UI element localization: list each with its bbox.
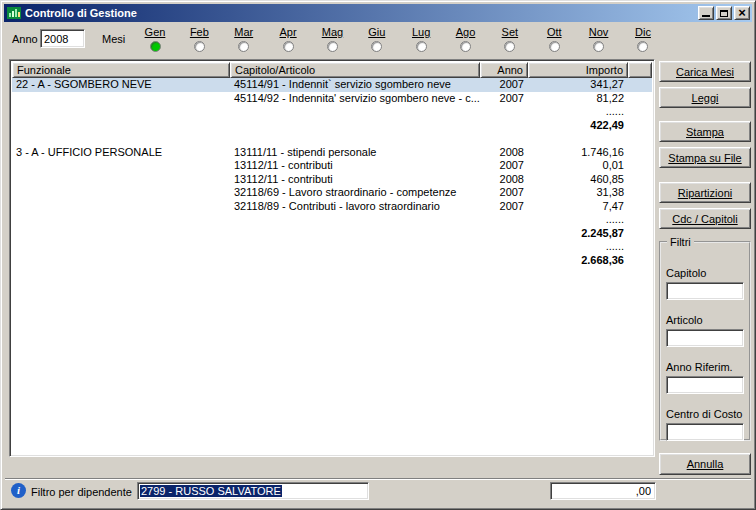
- table-row[interactable]: 2.668,36: [12, 254, 652, 268]
- month-label: Apr: [280, 26, 297, 38]
- column-header-funzionale[interactable]: Funzionale: [12, 62, 230, 78]
- articolo-input[interactable]: [666, 329, 744, 347]
- cell-importo: 422,49: [528, 119, 628, 132]
- radio-icon[interactable]: [416, 41, 427, 52]
- annulla-button[interactable]: Annulla: [659, 453, 751, 475]
- leggi-button[interactable]: Leggi: [659, 87, 751, 108]
- capitolo-field: Capitolo: [666, 267, 744, 300]
- table-row[interactable]: 3 - A - UFFICIO PERSONALE 13111/11 - sti…: [12, 146, 652, 160]
- maximize-button[interactable]: [716, 6, 732, 20]
- radio-icon[interactable]: [549, 41, 560, 52]
- anno-riferim-field: Anno Riferim.: [666, 361, 744, 394]
- anno-riferim-input[interactable]: [666, 376, 744, 394]
- filtri-groupbox: Filtri Capitolo Articolo Anno Riferim. C…: [659, 241, 751, 441]
- month-label: Feb: [190, 26, 209, 38]
- radio-icon[interactable]: [238, 41, 249, 52]
- radio-icon[interactable]: [371, 41, 382, 52]
- cell-importo: 460,85: [528, 173, 628, 186]
- minimize-icon: [702, 15, 710, 17]
- radio-icon[interactable]: [194, 41, 205, 52]
- month-radio[interactable]: Apr: [277, 26, 299, 52]
- close-button[interactable]: [734, 6, 750, 20]
- capitolo-input[interactable]: [666, 282, 744, 300]
- column-header-anno[interactable]: Anno: [480, 62, 528, 78]
- table-row[interactable]: 22 - A - SGOMBERO NEVE 45114/91 - Indenn…: [12, 78, 652, 92]
- importo-footer-input[interactable]: [550, 482, 656, 500]
- app-window: Controllo di Gestione Anno Mesi Gen Feb: [0, 0, 756, 510]
- stampa-su-file-button[interactable]: Stampa su File: [659, 147, 751, 168]
- month-label: Gen: [145, 26, 166, 38]
- centro-di-costo-input[interactable]: [666, 423, 744, 441]
- radio-icon[interactable]: [150, 41, 161, 52]
- close-icon: [735, 7, 749, 19]
- table-row[interactable]: 422,49: [12, 119, 652, 133]
- carica-mesi-button[interactable]: Carica Mesi: [659, 61, 751, 82]
- table-row[interactable]: 13112/11 - contributi 2007 0,01: [12, 159, 652, 173]
- maximize-icon: [720, 10, 728, 17]
- ripartizioni-button[interactable]: Ripartizioni: [659, 182, 751, 203]
- table-row[interactable]: ......: [12, 240, 652, 254]
- radio-icon[interactable]: [504, 41, 515, 52]
- cell-importo: 81,22: [528, 92, 628, 105]
- radio-icon[interactable]: [283, 41, 294, 52]
- cell-capitolo: 32118/89 - Contributi - lavoro straordin…: [230, 200, 480, 213]
- table-row[interactable]: [12, 132, 652, 146]
- cell-capitolo: 13112/11 - contributi: [230, 173, 480, 186]
- month-radio[interactable]: Ago: [455, 26, 477, 52]
- stampa-button[interactable]: Stampa: [659, 121, 751, 142]
- radio-icon[interactable]: [637, 41, 648, 52]
- month-radio[interactable]: Lug: [410, 26, 432, 52]
- month-radio[interactable]: Mag: [321, 26, 343, 52]
- app-icon[interactable]: [6, 5, 22, 21]
- month-radio[interactable]: Giu: [366, 26, 388, 52]
- table-row[interactable]: 2.245,87: [12, 227, 652, 241]
- cell-capitolo: 45114/91 - Indennit` servizio sgombero n…: [230, 78, 480, 91]
- minimize-button[interactable]: [698, 6, 714, 20]
- anno-label: Anno: [12, 33, 38, 45]
- cdc-capitoli-button[interactable]: Cdc / Capitoli: [659, 208, 751, 229]
- column-header-importo[interactable]: Importo: [528, 62, 628, 78]
- month-label: Lug: [412, 26, 430, 38]
- table-row[interactable]: ......: [12, 213, 652, 227]
- mesi-label: Mesi: [102, 33, 125, 45]
- radio-icon[interactable]: [327, 41, 338, 52]
- month-radio[interactable]: Feb: [188, 26, 210, 52]
- month-radio[interactable]: Set: [499, 26, 521, 52]
- month-label: Giu: [368, 26, 385, 38]
- radio-icon[interactable]: [593, 41, 604, 52]
- filtri-label: Filtri: [667, 236, 694, 248]
- month-radio[interactable]: Dic: [632, 26, 654, 52]
- month-radio[interactable]: Ott: [543, 26, 565, 52]
- month-label: Ago: [456, 26, 476, 38]
- cell-funzionale: 3 - A - UFFICIO PERSONALE: [12, 146, 230, 159]
- table-row[interactable]: 13112/11 - contributi 2008 460,85: [12, 173, 652, 187]
- month-radio[interactable]: Mar: [233, 26, 255, 52]
- table-row[interactable]: ......: [12, 105, 652, 119]
- month-label: Mar: [234, 26, 253, 38]
- month-radio[interactable]: Nov: [588, 26, 610, 52]
- month-radio[interactable]: Gen: [144, 26, 166, 52]
- month-label: Dic: [635, 26, 651, 38]
- cell-capitolo: 45114/92 - Indennita' servizio sgombero …: [230, 92, 480, 105]
- cell-capitolo: 13112/11 - contributi: [230, 159, 480, 172]
- articolo-label: Articolo: [666, 314, 744, 326]
- cell-importo: 31,38: [528, 186, 628, 199]
- centro-di-costo-label: Centro di Costo: [666, 408, 744, 420]
- sidebar: Carica Mesi Leggi Stampa Stampa su File …: [659, 57, 751, 475]
- dipendente-input[interactable]: 2799 - RUSSO SALVATORE: [137, 482, 369, 500]
- cell-anno: 2007: [480, 92, 528, 105]
- cell-capitolo: 32118/69 - Lavoro straordinario - compet…: [230, 186, 480, 199]
- anno-input[interactable]: [40, 29, 85, 48]
- cell-anno: 2007: [480, 200, 528, 213]
- cell-importo: ......: [528, 240, 628, 253]
- table-row[interactable]: 45114/92 - Indennita' servizio sgombero …: [12, 92, 652, 106]
- cell-anno: 2008: [480, 146, 528, 159]
- bottombar: Filtro per dipendente 2799 - RUSSO SALVA…: [4, 481, 752, 503]
- window-title: Controllo di Gestione: [25, 7, 695, 19]
- cell-importo: 2.245,87: [528, 227, 628, 240]
- column-header-capitolo-articolo[interactable]: Capitolo/Articolo: [230, 62, 480, 78]
- table-row[interactable]: 32118/89 - Contributi - lavoro straordin…: [12, 200, 652, 214]
- table-row[interactable]: 32118/69 - Lavoro straordinario - compet…: [12, 186, 652, 200]
- radio-icon[interactable]: [460, 41, 471, 52]
- column-header-filler: [628, 62, 652, 78]
